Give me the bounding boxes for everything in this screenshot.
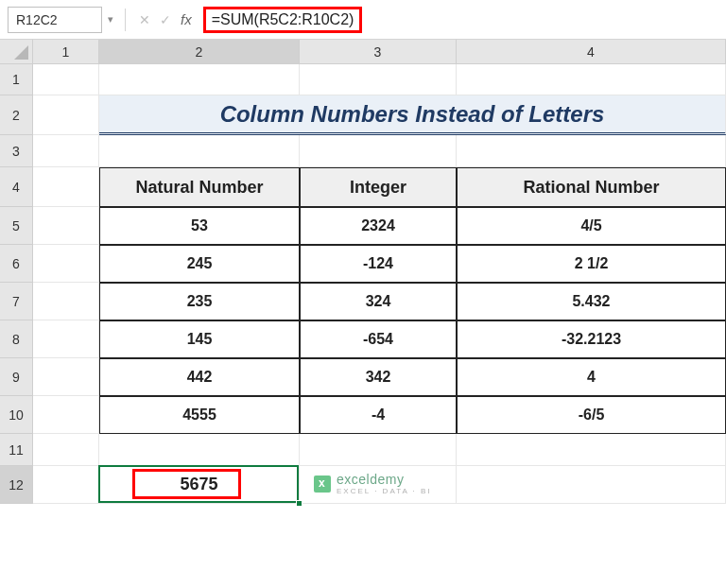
cell[interactable] <box>33 95 99 135</box>
table-cell[interactable]: -32.2123 <box>457 320 726 358</box>
cell[interactable] <box>33 283 99 320</box>
row-header[interactable]: 1 <box>0 64 33 95</box>
cell[interactable] <box>33 245 99 283</box>
table-cell[interactable]: 342 <box>300 358 457 396</box>
table-cell[interactable]: 442 <box>99 358 300 396</box>
cell[interactable] <box>33 320 99 358</box>
cell[interactable] <box>457 64 726 95</box>
table-cell[interactable]: 245 <box>99 245 300 283</box>
table-cell[interactable]: 53 <box>99 207 300 245</box>
table-cell[interactable]: 235 <box>99 283 300 320</box>
cell[interactable] <box>33 135 99 167</box>
cell[interactable] <box>99 64 300 95</box>
table-cell[interactable]: 145 <box>99 320 300 358</box>
table-cell[interactable]: 4 <box>457 358 726 396</box>
name-box[interactable]: R12C2 <box>8 7 102 33</box>
row-header[interactable]: 4 <box>0 167 33 207</box>
column-header[interactable]: 1 <box>33 40 99 64</box>
watermark: exceldemy EXCEL · DATA · BI <box>314 472 432 495</box>
page-title: Column Numbers Instead of Letters <box>99 95 726 135</box>
cell[interactable] <box>300 434 457 466</box>
name-box-dropdown-icon[interactable]: ▾ <box>108 13 113 26</box>
cell[interactable] <box>99 434 300 466</box>
cell[interactable] <box>33 396 99 434</box>
result-cell[interactable]: 5675 <box>99 466 300 504</box>
row-header[interactable]: 6 <box>0 245 33 283</box>
row-header[interactable]: 7 <box>0 283 33 320</box>
table-cell[interactable]: -124 <box>300 245 457 283</box>
formula-bar: R12C2 ▾ ✕ ✓ fx =SUM(R5C2:R10C2) <box>0 0 726 40</box>
column-header[interactable]: 2 <box>99 40 300 64</box>
table-cell[interactable]: 4555 <box>99 396 300 434</box>
cell[interactable] <box>300 64 457 95</box>
row-header[interactable]: 8 <box>0 320 33 358</box>
cell[interactable] <box>33 64 99 95</box>
table-cell[interactable]: 2324 <box>300 207 457 245</box>
table-header[interactable]: Integer <box>300 167 457 207</box>
cell[interactable] <box>33 167 99 207</box>
cell[interactable] <box>300 135 457 167</box>
cell[interactable] <box>33 358 99 396</box>
cell[interactable] <box>33 466 99 504</box>
table-cell[interactable]: 5.432 <box>457 283 726 320</box>
cell[interactable] <box>457 135 726 167</box>
cell[interactable] <box>457 466 726 504</box>
cell[interactable] <box>457 434 726 466</box>
cell[interactable] <box>33 207 99 245</box>
table-cell[interactable]: 324 <box>300 283 457 320</box>
formula-input[interactable]: =SUM(R5C2:R10C2) <box>203 7 363 33</box>
cancel-icon[interactable]: ✕ <box>139 12 150 27</box>
row-header[interactable]: 2 <box>0 95 33 135</box>
column-header[interactable]: 4 <box>457 40 726 64</box>
column-header[interactable]: 3 <box>300 40 457 64</box>
table-cell[interactable]: 2 1/2 <box>457 245 726 283</box>
row-header[interactable]: 12 <box>0 466 33 504</box>
table-cell[interactable]: -6/5 <box>457 396 726 434</box>
table-header[interactable]: Natural Number <box>99 167 300 207</box>
table-header[interactable]: Rational Number <box>457 167 726 207</box>
enter-icon[interactable]: ✓ <box>160 12 171 27</box>
logo-icon <box>314 476 331 493</box>
cell[interactable] <box>99 135 300 167</box>
table-cell[interactable]: -654 <box>300 320 457 358</box>
row-header[interactable]: 3 <box>0 135 33 167</box>
table-cell[interactable]: -4 <box>300 396 457 434</box>
watermark-name: exceldemy <box>337 472 432 487</box>
table-cell[interactable]: 4/5 <box>457 207 726 245</box>
row-header[interactable]: 9 <box>0 358 33 396</box>
row-header[interactable]: 5 <box>0 207 33 245</box>
fill-handle[interactable] <box>296 500 302 507</box>
fx-icon[interactable]: fx <box>181 11 192 27</box>
cell[interactable] <box>33 434 99 466</box>
watermark-tagline: EXCEL · DATA · BI <box>337 487 432 495</box>
select-all-corner[interactable] <box>0 40 33 64</box>
row-header[interactable]: 10 <box>0 396 33 434</box>
row-header[interactable]: 11 <box>0 434 33 466</box>
divider <box>125 9 126 31</box>
svg-marker-0 <box>14 45 28 60</box>
